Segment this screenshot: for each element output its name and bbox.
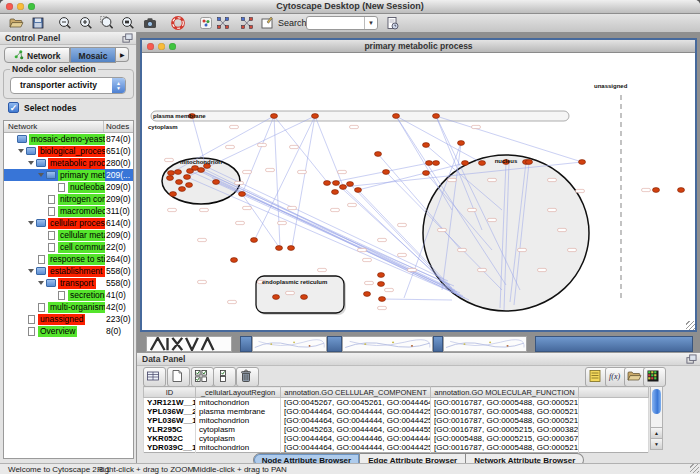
help-ring-icon[interactable] xyxy=(170,15,186,31)
network-node[interactable] xyxy=(423,143,430,148)
network-node[interactable] xyxy=(378,273,385,278)
table-cell[interactable]: [GO:0045263, GO:0044464, GO:0044455, G..… xyxy=(281,425,431,434)
open-icon[interactable] xyxy=(8,15,24,31)
annotation-icon[interactable] xyxy=(259,15,275,31)
tree-row[interactable]: response to stimulu...264(0) xyxy=(4,253,133,265)
table-cell[interactable]: [GO:0044464, GO:0044444, GO:0044425, G..… xyxy=(281,416,431,425)
network-b-icon[interactable] xyxy=(239,15,255,31)
select-nodes-checkbox[interactable]: ✓ xyxy=(8,102,19,113)
search-dropdown-arrow-icon[interactable]: ▼ xyxy=(364,17,377,29)
network-node[interactable] xyxy=(332,190,339,195)
float-panel-icon[interactable] xyxy=(122,33,133,43)
table-cell[interactable]: [GO:0045267, GO:0045261, GO:0044464, G..… xyxy=(281,398,431,408)
network-node[interactable] xyxy=(375,152,382,157)
tree-row[interactable]: cellular process614(0) xyxy=(4,217,133,229)
network-node[interactable] xyxy=(379,297,386,302)
network-window-titlebar[interactable]: primary metabolic process xyxy=(142,40,695,53)
tree-row[interactable]: Overview8(0) xyxy=(4,325,133,337)
expand-arrow-icon[interactable] xyxy=(28,269,34,273)
table-cell[interactable]: cytoplasm xyxy=(196,425,281,434)
window-border[interactable] xyxy=(327,336,342,352)
tree-row[interactable]: unassigned223(0) xyxy=(4,313,133,325)
delete-attribute-button[interactable] xyxy=(236,367,259,387)
expand-arrow-icon[interactable] xyxy=(28,161,34,165)
table-scrollbar[interactable]: ▲ ▼ xyxy=(650,386,663,450)
zoom-selected-icon[interactable] xyxy=(99,15,115,31)
network-node[interactable] xyxy=(340,185,347,190)
float-panel-icon[interactable] xyxy=(686,354,697,364)
table-cell[interactable]: [GO:0016787, GO:0005215, GO:0003824, G..… xyxy=(431,425,579,434)
network-node[interactable] xyxy=(184,175,191,180)
column-header[interactable]: annotation.GO MOLECULAR_FUNCTION xyxy=(431,387,579,398)
table-row[interactable]: YPL036W__2plasma membrane[GO:0044464, GO… xyxy=(144,407,649,416)
network-node[interactable] xyxy=(198,168,205,173)
tree-row[interactable]: multi-organism pro...42(0) xyxy=(4,301,133,313)
tree-row[interactable]: cellular metabol...209(0) xyxy=(4,229,133,241)
network-node[interactable] xyxy=(170,192,177,197)
tree-row[interactable]: secretion41(0) xyxy=(4,289,133,301)
snapshot-icon[interactable] xyxy=(142,15,158,31)
network-node[interactable] xyxy=(276,246,283,251)
network-node[interactable] xyxy=(251,238,258,243)
network-node[interactable] xyxy=(479,161,486,166)
frame-resize-grip-icon[interactable] xyxy=(686,321,695,330)
background-window[interactable] xyxy=(252,336,327,352)
network-node[interactable] xyxy=(364,292,371,297)
save-icon[interactable] xyxy=(30,15,46,31)
zoom-fit-icon[interactable] xyxy=(120,15,136,31)
table-cell[interactable]: YPL036W__1 xyxy=(144,416,196,425)
table-cell[interactable]: plasma membrane xyxy=(196,407,281,416)
window-border[interactable] xyxy=(240,336,252,352)
network-node[interactable] xyxy=(288,246,295,251)
column-header[interactable] xyxy=(579,387,649,398)
background-window[interactable] xyxy=(146,336,232,352)
network-node[interactable] xyxy=(168,171,175,176)
table-row[interactable]: YJR121W__1mitochondrion[GO:0045267, GO:0… xyxy=(144,398,649,408)
network-node[interactable] xyxy=(271,114,278,119)
tree-row[interactable]: cell communicat...22(0) xyxy=(4,241,133,253)
network-node[interactable] xyxy=(678,188,685,193)
network-node[interactable] xyxy=(273,295,280,300)
expand-arrow-icon[interactable] xyxy=(18,149,24,153)
expand-arrow-icon[interactable] xyxy=(28,221,34,225)
network-node[interactable] xyxy=(186,183,193,188)
network-node[interactable] xyxy=(231,258,238,263)
tree-row[interactable]: nucleobase-...209(0) xyxy=(4,181,133,193)
network-node[interactable] xyxy=(458,141,465,146)
network-node[interactable] xyxy=(333,181,340,186)
table-cell[interactable]: [GO:0044464, GO:0044444, GO:0044425, G..… xyxy=(281,407,431,416)
network-node[interactable] xyxy=(179,187,186,192)
new-doc-button[interactable] xyxy=(167,367,190,387)
tree-row[interactable]: transport558(0) xyxy=(4,277,133,289)
table-cell[interactable]: mitochondrion xyxy=(196,398,281,408)
tree-row[interactable]: establishment of lo...558(0) xyxy=(4,265,133,277)
tree-column-network[interactable]: Network xyxy=(8,122,37,131)
matrix-button[interactable] xyxy=(643,367,666,387)
table-cell[interactable]: YJR121W__1 xyxy=(144,398,196,408)
table-button[interactable] xyxy=(143,367,166,387)
column-divider[interactable] xyxy=(103,121,104,132)
network-node[interactable] xyxy=(383,170,390,175)
unselect-attributes-button[interactable] xyxy=(213,367,236,387)
network-node[interactable] xyxy=(347,182,354,187)
table-cell[interactable]: [GO:0016787, GO:0005488, GO:0005215, G..… xyxy=(431,398,579,408)
table-cell[interactable]: YLR295C xyxy=(144,425,196,434)
tree-row[interactable]: macromolecule ...311(0) xyxy=(4,205,133,217)
node-color-dropdown[interactable]: transporter activity ▲▼ xyxy=(10,77,126,94)
zoom-in-icon[interactable] xyxy=(78,15,94,31)
scrollbar-thumb[interactable] xyxy=(652,389,661,414)
network-canvas[interactable]: plasma membranecytoplasmmitochondrionnuc… xyxy=(142,53,695,330)
network-node[interactable] xyxy=(378,282,385,287)
tree-row[interactable]: biological_process651(0) xyxy=(4,145,133,157)
table-cell[interactable]: [GO:0016787, GO:0005488, GO:0005215, G..… xyxy=(431,416,579,425)
network-node[interactable] xyxy=(462,161,469,166)
table-cell[interactable]: [GO:0005488, GO:0005215, GO:0003674] xyxy=(431,434,579,443)
network-node[interactable] xyxy=(355,188,362,193)
vizmapper-icon[interactable] xyxy=(198,15,214,31)
network-node[interactable] xyxy=(423,171,430,176)
window-resize-grip-icon[interactable] xyxy=(690,464,699,473)
network-node[interactable] xyxy=(167,176,174,181)
scroll-up-icon[interactable]: ▲ xyxy=(651,427,662,438)
network-node[interactable] xyxy=(579,160,586,165)
tree-row[interactable]: primary metabo...209(... xyxy=(4,169,133,181)
